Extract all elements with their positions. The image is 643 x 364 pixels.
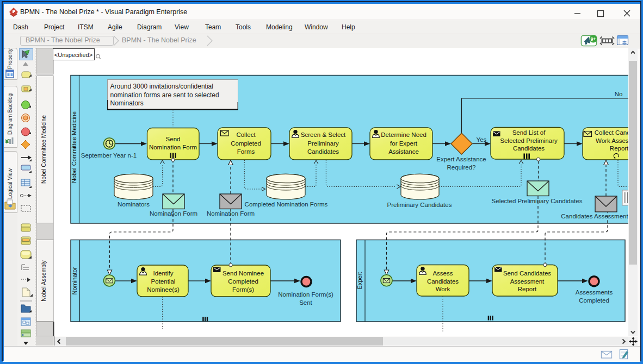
svg-text:Work: Work [436, 286, 450, 292]
svg-text:Nomination Form: Nomination Form [150, 210, 197, 217]
svg-text:Preliminary: Preliminary [307, 140, 339, 147]
svg-text:Nominators: Nominators [110, 99, 144, 107]
svg-text:Send: Send [166, 136, 181, 142]
svg-text:Identify: Identify [153, 270, 173, 277]
svg-text:Reports: Reports [610, 145, 628, 152]
svg-text:Assess: Assess [432, 270, 453, 277]
svg-text:Nomination Form: Nomination Form [149, 144, 197, 150]
svg-text:Potential: Potential [151, 278, 176, 285]
svg-text:<Unspecified>: <Unspecified> [54, 52, 92, 58]
svg-text:Send Candidates: Send Candidates [503, 270, 551, 277]
svg-text:Completed: Completed [579, 297, 609, 304]
svg-text:Completed Nomination Forms: Completed Nomination Forms [245, 201, 328, 208]
svg-text:No: No [615, 91, 623, 97]
svg-text:Candidates Assessment: Candidates Assessment [561, 213, 628, 219]
svg-text:Preliminary Candidates: Preliminary Candidates [387, 202, 452, 208]
svg-text:Assistance: Assistance [388, 148, 419, 155]
svg-text:Assessments: Assessments [576, 289, 613, 296]
svg-text:Candidates: Candidates [307, 148, 339, 155]
svg-text:Candidates: Candidates [427, 278, 459, 285]
svg-text:for Expert: for Expert [390, 140, 418, 147]
svg-text:nomination forms are sent to s: nomination forms are sent to selected [110, 91, 219, 99]
svg-text:Work Assessment: Work Assessment [596, 137, 628, 144]
svg-text:Collect: Collect [236, 131, 256, 138]
svg-text:Screen & Select: Screen & Select [301, 131, 346, 138]
svg-text:Expert: Expert [356, 272, 363, 290]
svg-text:Nominator: Nominator [71, 267, 78, 294]
svg-text:Forms: Forms [237, 148, 255, 155]
svg-text:Form(s): Form(s) [232, 286, 254, 293]
svg-text:Sent: Sent [299, 299, 312, 306]
svg-text:Nominee(s): Nominee(s) [147, 286, 180, 293]
svg-text:Nomination Form(s): Nomination Form(s) [278, 291, 333, 298]
svg-text:Nobel Assembly: Nobel Assembly [40, 260, 47, 302]
svg-text:Collect Candidates: Collect Candidates [595, 129, 628, 136]
svg-text:Around 3000 invitations/confid: Around 3000 invitations/confidential [110, 83, 213, 90]
svg-text:Nobel Committee Medicine: Nobel Committee Medicine [71, 111, 77, 183]
svg-text:Send Nominee: Send Nominee [222, 270, 264, 277]
svg-text:Selected Preliminary Candidate: Selected Preliminary Candidates [492, 198, 583, 204]
svg-text:9+: 9+ [591, 36, 596, 42]
svg-text:September Year n-1: September Year n-1 [81, 152, 137, 159]
svg-text:Logical View: Logical View [7, 168, 13, 199]
svg-text:Completed: Completed [231, 140, 261, 147]
svg-text:Selected Preliminary: Selected Preliminary [500, 137, 558, 144]
svg-text:Completed: Completed [228, 278, 258, 285]
svg-text:Required?: Required? [447, 164, 475, 171]
svg-text:Nomination Form: Nomination Form [207, 210, 255, 217]
svg-text:Diagram Backlog: Diagram Backlog [7, 93, 13, 135]
svg-text:Send List of: Send List of [512, 129, 546, 136]
svg-text:Yes: Yes [477, 136, 487, 143]
svg-text:Report: Report [518, 286, 537, 292]
svg-text:Nominators: Nominators [118, 201, 150, 208]
svg-text:Determine Need: Determine Need [381, 131, 426, 138]
svg-text:Expert Assistance: Expert Assistance [436, 156, 486, 162]
svg-text:Candidates: Candidates [513, 145, 545, 152]
svg-text:Nobel Committee Medicine: Nobel Committee Medicine [40, 115, 47, 184]
svg-text:Property: Property [7, 48, 13, 69]
svg-text:Assessment: Assessment [510, 278, 545, 285]
